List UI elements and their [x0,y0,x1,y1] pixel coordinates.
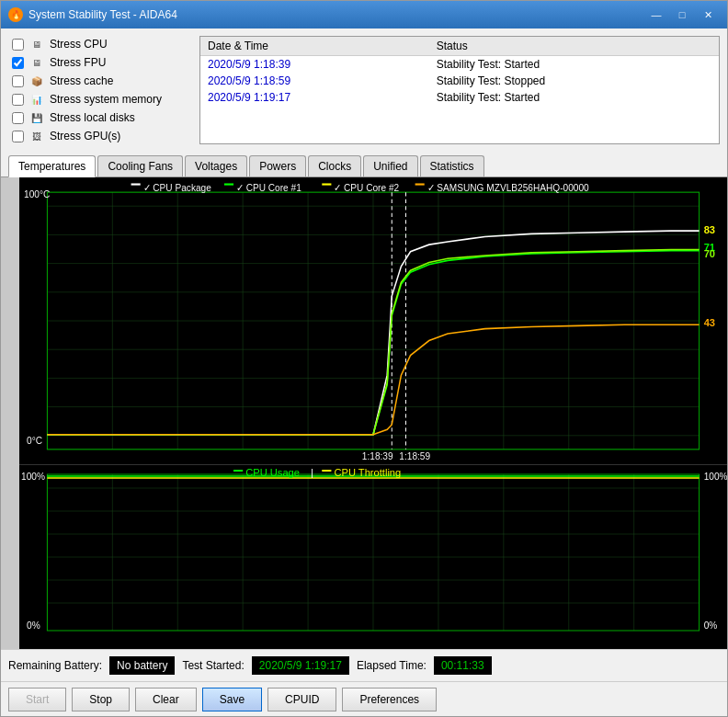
stress-fpu-item: 🖥 Stress FPU [8,54,192,71]
svg-text:83: 83 [704,224,715,235]
svg-text:1:18:39: 1:18:39 [362,450,393,461]
log-row: 2020/5/9 1:18:59Stability Test: Stopped [200,73,719,89]
svg-text:100°C: 100°C [24,188,51,199]
stress-gpu-checkbox[interactable] [12,131,24,142]
elapsed-time-label: Elapsed Time: [357,659,427,672]
preferences-button[interactable]: Preferences [342,688,437,711]
svg-rect-59 [233,470,243,472]
log-table: Date & Time Status 2020/5/9 1:18:39Stabi… [200,37,719,106]
stress-memory-item: 📊 Stress system memory [8,91,192,108]
svg-text:43: 43 [704,317,715,328]
svg-text:✓ CPU Core #2: ✓ CPU Core #2 [334,183,399,193]
svg-rect-30 [131,183,141,185]
stress-disks-item: 💾 Stress local disks [8,109,192,126]
stress-memory-checkbox[interactable] [12,94,24,106]
usage-chart-svg: 100% 0% 100% 0% CPU Usage | CPU Throttli… [19,465,727,649]
stress-gpu-label[interactable]: Stress GPU(s) [50,130,120,142]
stress-gpu-item: 🖼 Stress GPU(s) [8,128,192,144]
cache-icon: 📦 [28,74,46,87]
main-window: 🔥 System Stability Test - AIDA64 — □ ✕ 🖥… [0,0,728,717]
temp-chart-svg: 100°C 0°C 83 71 70 43 1:18:39 1:18:59 [19,177,727,464]
battery-label: Remaining Battery: [8,659,102,672]
tab-powers[interactable]: Powers [249,155,306,176]
tab-temperatures[interactable]: Temperatures [8,155,96,177]
stress-cpu-label[interactable]: Stress CPU [50,38,108,51]
tab-cooling-fans[interactable]: Cooling Fans [97,155,183,176]
content-area: 🖥 Stress CPU 🖥 Stress FPU 📦 Stress cache… [1,28,727,716]
bottom-info-bar: Remaining Battery: No battery Test Start… [1,649,727,681]
log-date: 2020/5/9 1:18:39 [200,56,429,74]
cpuid-button[interactable]: CPUID [267,688,336,711]
tab-voltages[interactable]: Voltages [185,155,247,176]
charts-wrapper: 100°C 0°C 83 71 70 43 1:18:39 1:18:59 [1,177,727,649]
battery-value: No battery [109,656,175,675]
stress-cpu-checkbox[interactable] [12,39,24,51]
start-button[interactable]: Start [8,688,66,711]
svg-text:✓ CPU Core #1: ✓ CPU Core #1 [236,183,301,193]
log-date: 2020/5/9 1:19:17 [200,89,429,106]
svg-text:0%: 0% [27,620,40,631]
test-started-label: Test Started: [182,659,244,672]
tabs-area: TemperaturesCooling FansVoltagesPowersCl… [1,152,727,177]
svg-rect-32 [224,183,233,185]
svg-text:70: 70 [704,248,715,259]
svg-text:✓ CPU Package: ✓ CPU Package [143,183,211,193]
log-row: 2020/5/9 1:18:39Stability Test: Started [200,56,719,74]
button-bar: StartStopClearSaveCPUIDPreferences [1,681,727,716]
stress-disks-label[interactable]: Stress local disks [50,111,135,124]
close-button[interactable]: ✕ [696,6,720,24]
svg-text:100%: 100% [21,472,45,482]
svg-rect-34 [322,183,331,185]
tabs-row: TemperaturesCooling FansVoltagesPowersCl… [1,152,727,176]
log-status: Stability Test: Stopped [429,73,719,89]
disk-icon: 💾 [28,111,46,124]
log-panel: Date & Time Status 2020/5/9 1:18:39Stabi… [199,36,720,144]
minimize-button[interactable]: — [644,6,668,24]
stress-cpu-item: 🖥 Stress CPU [8,36,192,52]
cpu-usage-chart: 100% 0% 100% 0% CPU Usage | CPU Throttli… [19,465,727,649]
svg-text:✓ SAMSUNG MZVLB256HAHQ-00000: ✓ SAMSUNG MZVLB256HAHQ-00000 [427,183,589,193]
log-col-datetime: Date & Time [200,37,429,56]
tab-unified[interactable]: Unified [363,155,417,176]
stop-button[interactable]: Stop [72,688,130,711]
svg-rect-62 [322,470,331,472]
window-title: System Stability Test - AIDA64 [28,8,644,21]
stress-disks-checkbox[interactable] [12,112,24,124]
log-row: 2020/5/9 1:19:17Stability Test: Started [200,89,719,106]
top-panel: 🖥 Stress CPU 🖥 Stress FPU 📦 Stress cache… [1,28,727,152]
stress-cache-label[interactable]: Stress cache [50,74,113,87]
cpu-icon: 🖥 [28,38,46,51]
maximize-button[interactable]: □ [670,6,694,24]
svg-text:0°C: 0°C [27,436,42,446]
log-date: 2020/5/9 1:18:59 [200,73,429,89]
log-col-status: Status [429,37,719,56]
save-button[interactable]: Save [202,688,262,711]
svg-text:|: | [311,467,313,478]
svg-rect-36 [415,183,425,185]
stress-cache-item: 📦 Stress cache [8,73,192,89]
test-started-value: 2020/5/9 1:19:17 [252,656,349,675]
tab-statistics[interactable]: Statistics [420,155,484,176]
title-bar: 🔥 System Stability Test - AIDA64 — □ ✕ [1,1,727,28]
stress-fpu-label[interactable]: Stress FPU [50,56,106,69]
charts-main: 100°C 0°C 83 71 70 43 1:18:39 1:18:59 [19,177,727,649]
app-icon: 🔥 [8,7,23,22]
temperature-chart: 100°C 0°C 83 71 70 43 1:18:39 1:18:59 [19,177,727,465]
left-sidebar [1,177,19,649]
stress-options-panel: 🖥 Stress CPU 🖥 Stress FPU 📦 Stress cache… [8,36,192,144]
memory-icon: 📊 [28,93,46,106]
window-controls: — □ ✕ [644,6,720,24]
svg-text:0%: 0% [704,620,718,631]
fpu-icon: 🖥 [28,56,46,69]
svg-text:CPU Usage: CPU Usage [245,467,300,478]
stress-cache-checkbox[interactable] [12,75,24,87]
gpu-icon: 🖼 [28,130,46,142]
tab-clocks[interactable]: Clocks [308,155,361,176]
svg-text:100%: 100% [704,472,727,482]
elapsed-time-value: 00:11:33 [434,656,492,675]
stress-memory-label[interactable]: Stress system memory [50,93,162,106]
svg-text:CPU Throttling: CPU Throttling [334,467,401,478]
log-status: Stability Test: Started [429,56,719,74]
clear-button[interactable]: Clear [135,688,197,711]
stress-fpu-checkbox[interactable] [12,57,24,69]
